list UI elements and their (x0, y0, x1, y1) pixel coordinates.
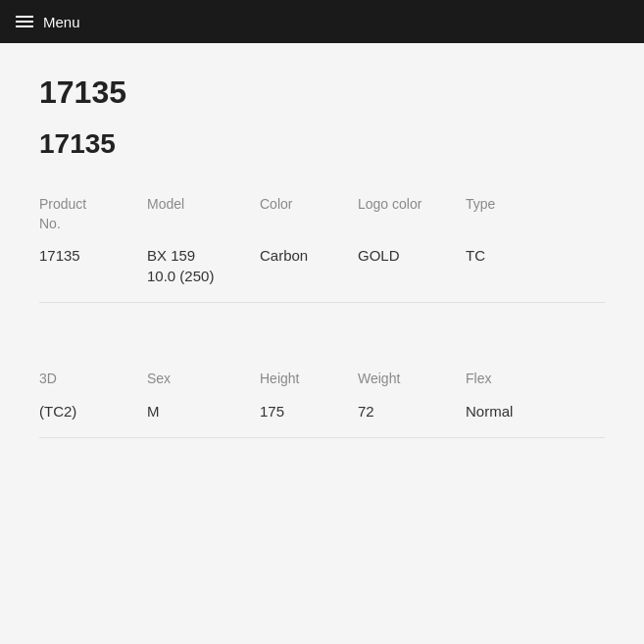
data-weight: 72 (358, 403, 374, 420)
data-height: 175 (260, 403, 284, 420)
header-type: Type (466, 196, 495, 212)
header-color: Color (260, 196, 292, 212)
product-number: 17135 (39, 128, 605, 160)
cell-color: Carbon (260, 245, 358, 266)
specs-data-row: (TC2) M 175 72 Normal (39, 393, 605, 438)
header-product-no-line1: Product (39, 196, 86, 212)
data-3d: (TC2) (39, 403, 76, 420)
main-content: 17135 17135 Product No. Model Color Logo… (0, 43, 644, 470)
specs-table: 3D Sex Height Weight Flex (TC2) M (39, 362, 605, 438)
cell-weight: 72 (358, 401, 466, 421)
cell-sex: M (147, 401, 260, 421)
header-sex: Sex (147, 371, 171, 386)
menu-label: Menu (43, 14, 80, 30)
data-model-line2: 10.0 (250) (147, 268, 214, 284)
menu-button[interactable]: Menu (16, 14, 80, 30)
header-model: Model (147, 196, 184, 212)
cell-height: 175 (260, 401, 358, 421)
product-table: Product No. Model Color Logo color Type … (39, 187, 605, 303)
specs-header-row: 3D Sex Height Weight Flex (39, 362, 605, 393)
cell-logo-color: GOLD (358, 245, 466, 266)
data-model-line1: BX 159 (147, 247, 195, 264)
col-header-height: Height (260, 370, 358, 389)
data-product-no: 17135 (39, 247, 80, 264)
data-type: TC (466, 247, 485, 264)
header-logo-color: Logo color (358, 196, 421, 212)
cell-flex: Normal (466, 401, 544, 421)
col-header-product-no: Product No. (39, 195, 147, 233)
col-header-sex: Sex (147, 370, 260, 389)
data-color: Carbon (260, 247, 308, 264)
header-3d: 3D (39, 371, 57, 386)
header-height: Height (260, 371, 299, 386)
menu-icon (16, 16, 33, 27)
product-id-large: 17135 (39, 74, 605, 111)
col-header-color: Color (260, 195, 358, 215)
col-header-flex: Flex (466, 370, 544, 389)
app-header: Menu (0, 0, 644, 43)
header-product-no-line2: No. (39, 216, 61, 231)
data-sex: M (147, 403, 160, 420)
header-flex: Flex (466, 371, 491, 386)
cell-3d: (TC2) (39, 401, 147, 421)
table-data-row: 17135 BX 159 10.0 (250) Carbon GOLD TC (39, 237, 605, 303)
header-weight: Weight (358, 371, 400, 386)
data-flex: Normal (466, 403, 513, 420)
cell-type: TC (466, 245, 544, 266)
col-header-type: Type (466, 195, 544, 215)
cell-product-no: 17135 (39, 245, 147, 266)
col-header-weight: Weight (358, 370, 466, 389)
col-header-logo-color: Logo color (358, 195, 466, 215)
data-logo-color: GOLD (358, 247, 400, 264)
cell-model: BX 159 10.0 (250) (147, 245, 260, 286)
table-header-row: Product No. Model Color Logo color Type (39, 187, 605, 237)
col-header-model: Model (147, 195, 260, 215)
col-header-3d: 3D (39, 370, 147, 389)
spacer (39, 303, 605, 362)
